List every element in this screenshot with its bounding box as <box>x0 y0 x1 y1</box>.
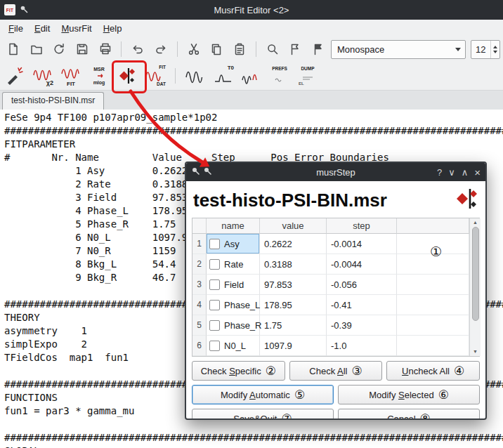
editor-line: GLOBAL <box>4 444 503 448</box>
param-name: Asy <box>224 239 240 249</box>
menu-musrfit[interactable]: MusrFit <box>55 21 97 36</box>
param-name: Rate <box>224 259 243 270</box>
param-name-cell[interactable]: Rate <box>207 254 260 275</box>
toolbar-separator <box>177 41 178 57</box>
shade-down-icon[interactable]: ∨ <box>448 168 455 177</box>
menu-help[interactable]: Help <box>98 21 128 36</box>
uncheck-all-button[interactable]: Uncheck All ④ <box>386 361 480 381</box>
modify-selected-button[interactable]: Modify Selected ⑥ <box>338 385 480 404</box>
find-next-button[interactable] <box>285 39 306 60</box>
param-value-cell[interactable]: 178.95 <box>260 295 327 315</box>
empty-cell <box>397 315 469 336</box>
font-family-combobox[interactable]: Monospace <box>331 40 466 59</box>
scroll-down-icon[interactable]: ▼ <box>473 348 478 355</box>
font-size-value: 12 <box>476 44 485 55</box>
checkbox[interactable] <box>209 279 220 290</box>
checkbox[interactable] <box>209 300 220 310</box>
cut-button[interactable] <box>183 39 204 60</box>
window-titlebar: FIT MusrFit Editor <2> <box>0 0 503 20</box>
param-name: Phase_L <box>224 300 260 310</box>
annotation-badge-8: ⑧ <box>420 413 431 421</box>
help-icon[interactable]: ? <box>437 168 442 177</box>
checkbox[interactable] <box>209 239 220 249</box>
musrfit-fit-button[interactable]: FIT <box>59 64 83 88</box>
new-file-button[interactable] <box>3 39 24 60</box>
menu-edit[interactable]: Edit <box>29 21 55 36</box>
param-value-cell[interactable]: 0.2622 <box>260 234 327 254</box>
scrollbar-thumb[interactable] <box>472 227 479 321</box>
annotation-badge-5: ⑤ <box>294 389 305 401</box>
table-scrollbar[interactable]: ▲ ▼ <box>469 218 481 356</box>
param-value-cell[interactable]: 0.3188 <box>260 254 327 275</box>
tab-msr-file[interactable]: test-histo-PSI-BIN.msr <box>2 92 104 110</box>
msr2mlog-button[interactable]: MSR mlog <box>87 64 111 88</box>
musredit-wand-button[interactable] <box>3 64 27 88</box>
reload-button[interactable] <box>48 39 70 60</box>
checkbox[interactable] <box>209 320 220 331</box>
musrprefs-button[interactable]: PREFS <box>268 64 292 88</box>
param-name-cell[interactable]: N0_L <box>207 336 260 356</box>
t0-label: T0 <box>228 65 234 71</box>
param-step-cell[interactable]: -0.39 <box>327 315 397 336</box>
fit-dat-top-label: FIT <box>159 65 166 70</box>
param-step-cell[interactable]: -0.41 <box>327 295 397 315</box>
row-number: 5 <box>192 315 207 336</box>
close-icon[interactable]: × <box>474 167 481 178</box>
check-all-button[interactable]: Check All ③ <box>289 361 383 381</box>
scroll-up-icon[interactable]: ▲ <box>473 219 478 226</box>
musrt0-button[interactable]: T0 <box>211 64 235 88</box>
toolbar-separator <box>256 41 256 57</box>
musrft-button[interactable] <box>240 64 263 88</box>
shade-up-icon[interactable]: ∧ <box>462 168 469 177</box>
param-name-cell[interactable]: Field <box>207 275 260 295</box>
menu-file[interactable]: File <box>3 21 29 36</box>
button-label: Modify Selected <box>369 390 434 400</box>
save-button[interactable] <box>72 39 93 60</box>
button-label: Cancel <box>387 414 415 421</box>
redo-button[interactable] <box>150 39 171 60</box>
param-value-cell[interactable]: 97.853 <box>260 275 327 295</box>
param-step-cell[interactable]: -0.056 <box>327 275 397 295</box>
musrstep-dialog: musrStep ? ∨ ∧ × test-histo-PSI-BIN.msr … <box>185 162 487 420</box>
param-name-cell[interactable]: Phase_L <box>207 295 260 315</box>
musrdump-button[interactable]: DUMP EL <box>296 64 320 88</box>
pin-icon <box>20 4 28 16</box>
param-step-cell[interactable]: -0.0014 <box>327 234 397 254</box>
search-button[interactable] <box>262 39 283 60</box>
copy-button[interactable] <box>206 39 227 60</box>
button-label: Save&Quit <box>233 414 277 421</box>
cancel-button[interactable]: Cancel ⑧ <box>338 409 480 420</box>
open-file-button[interactable] <box>26 39 47 60</box>
find-previous-button[interactable] <box>308 39 329 60</box>
print-button[interactable] <box>95 39 116 60</box>
param-value-cell[interactable]: 1.75 <box>260 315 327 336</box>
save-quit-button[interactable]: Save&Quit ⑦ <box>192 409 334 420</box>
pin-icon[interactable] <box>203 166 212 178</box>
checkbox[interactable] <box>209 341 220 351</box>
font-family-value: Monospace <box>337 44 384 55</box>
modify-automatic-button[interactable]: Modify Automatic ⑤ <box>192 385 334 404</box>
undo-button[interactable] <box>127 39 148 60</box>
paste-button[interactable] <box>229 39 250 60</box>
param-value-cell[interactable]: 1097.9 <box>260 336 327 356</box>
col-header-value[interactable]: value <box>260 218 327 234</box>
msr-filename-heading: test-histo-PSI-BIN.msr <box>193 190 387 211</box>
pin-icon[interactable] <box>191 166 200 178</box>
musrstep-button[interactable] <box>115 64 139 88</box>
chisq-label: χ2 <box>46 80 53 86</box>
param-name-cell[interactable]: Phase_R <box>207 315 260 336</box>
msr2dat-button[interactable]: FIT DAT <box>143 64 167 88</box>
combo-dropdown-arrow[interactable] <box>451 41 465 58</box>
col-header-step[interactable]: step <box>327 218 397 234</box>
param-step-cell[interactable]: -1.0 <box>327 336 397 356</box>
param-step-cell[interactable]: -0.0044 <box>327 254 397 275</box>
dump-sub-label: EL <box>299 81 304 86</box>
font-size-spinner[interactable]: 12 <box>471 40 500 59</box>
col-header-name[interactable]: name <box>207 218 260 234</box>
musrview-button[interactable] <box>183 64 207 88</box>
check-specific-button[interactable]: Check Specific ② <box>192 361 285 381</box>
spinner-arrows[interactable] <box>490 41 499 58</box>
musrfit-chisq-button[interactable]: χ2 <box>31 64 55 88</box>
param-name-cell[interactable]: Asy <box>207 234 260 254</box>
checkbox[interactable] <box>209 259 220 270</box>
